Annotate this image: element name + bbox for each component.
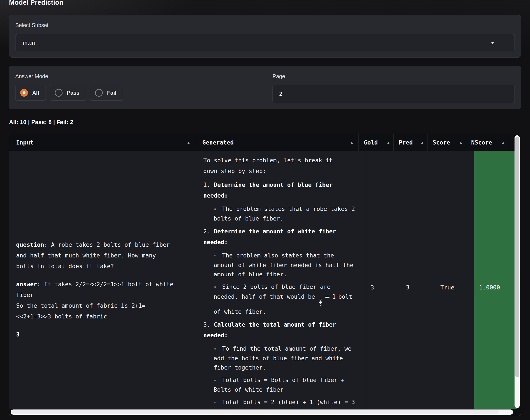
column-header-pred[interactable]: Pred ▲ bbox=[394, 134, 427, 151]
sort-asc-icon[interactable]: ▲ bbox=[499, 140, 504, 144]
paragraph: To solve this problem, let's break it do… bbox=[203, 155, 360, 177]
radio-option-label: All bbox=[32, 90, 39, 96]
column-header-input[interactable]: Input ▲ bbox=[9, 134, 195, 151]
cell-nscore[interactable]: 1.0000 bbox=[474, 151, 517, 409]
vertical-scrollbar-thumb[interactable] bbox=[515, 137, 519, 377]
column-header-generated[interactable]: Generated ▲ bbox=[195, 134, 359, 151]
list-item: ◦ Total bolts = 2 (blue) + 1 (white) = 3… bbox=[214, 397, 360, 409]
subset-dropdown[interactable]: main ▼ bbox=[15, 34, 515, 51]
radio-option-label: Pass bbox=[67, 90, 79, 96]
bullet-icon: ◦ bbox=[214, 284, 222, 290]
sort-asc-icon[interactable]: ▲ bbox=[457, 140, 462, 144]
table-header-row: Input ▲ Generated ▲ Gold ▲ Pred ▲ Score … bbox=[9, 134, 521, 151]
radio-selected-icon bbox=[20, 89, 28, 97]
paragraph: 1. Determine the amount of blue fiber ne… bbox=[203, 180, 360, 201]
cell-input[interactable]: question: A robe takes 2 bolts of blue f… bbox=[9, 151, 199, 409]
page-label: Page bbox=[273, 73, 515, 80]
list-item: ◦ The problem states that a robe takes 2… bbox=[214, 204, 360, 223]
bullet-icon: ◦ bbox=[214, 346, 222, 352]
bullet-icon: ◦ bbox=[214, 253, 222, 259]
horizontal-scrollbar[interactable] bbox=[11, 409, 513, 415]
stats-summary: All: 10 | Pass: 8 | Fail: 2 bbox=[9, 119, 521, 126]
radio-unselected-icon bbox=[55, 89, 62, 97]
answer-mode-section: Answer Mode All Pass Fail bbox=[15, 73, 273, 103]
column-label: Score bbox=[433, 139, 450, 146]
column-label: Pred bbox=[399, 139, 413, 146]
column-label: NScore bbox=[471, 139, 492, 146]
cell-pred[interactable]: 3 bbox=[401, 151, 435, 409]
radio-option-fail[interactable]: Fail bbox=[90, 85, 123, 101]
radio-option-pass[interactable]: Pass bbox=[50, 85, 86, 101]
fraction: 22 bbox=[319, 298, 322, 307]
table-row: question: A robe takes 2 bolts of blue f… bbox=[9, 151, 521, 409]
controls-panel: Answer Mode All Pass Fail Page bbox=[9, 66, 521, 109]
column-header-gold[interactable]: Gold ▲ bbox=[359, 134, 394, 151]
bullet-icon: ◦ bbox=[214, 400, 222, 405]
radio-option-label: Fail bbox=[107, 90, 116, 96]
column-header-score[interactable]: Score ▲ bbox=[427, 134, 466, 151]
column-header-nscore[interactable]: NScore ▲ bbox=[466, 134, 508, 151]
answer-mode-radio-group: All Pass Fail bbox=[15, 85, 273, 101]
radio-option-all[interactable]: All bbox=[15, 85, 46, 101]
page-input[interactable] bbox=[273, 85, 515, 103]
page-title: Model Prediction bbox=[9, 0, 521, 6]
page-section: Page bbox=[273, 73, 515, 103]
paragraph: question: A robe takes 2 bolts of blue f… bbox=[16, 239, 193, 272]
chevron-down-icon: ▼ bbox=[490, 41, 495, 45]
column-label: Generated bbox=[202, 139, 234, 146]
paragraph: answer: It takes 2/2=<<2/2=1>>1 bolt of … bbox=[16, 279, 193, 322]
list-item: ◦ Total bolts = Bolts of blue fiber + Bo… bbox=[214, 375, 360, 394]
horizontal-scrollbar-thumb[interactable] bbox=[12, 410, 499, 414]
paragraph: 3 bbox=[16, 329, 193, 340]
column-label: Input bbox=[16, 139, 33, 146]
list-item: ◦ Since 2 bolts of blue fiber are needed… bbox=[214, 282, 360, 316]
answer-mode-label: Answer Mode bbox=[15, 73, 273, 80]
sort-asc-icon[interactable]: ▲ bbox=[184, 140, 190, 144]
bullet-icon: ◦ bbox=[214, 378, 222, 383]
results-table: Input ▲ Generated ▲ Gold ▲ Pred ▲ Score … bbox=[9, 134, 521, 416]
list-item: ◦ To find the total amount of fiber, we … bbox=[214, 344, 360, 372]
cell-generated[interactable]: To solve this problem, let's break it do… bbox=[199, 151, 365, 409]
sort-asc-icon[interactable]: ▲ bbox=[384, 140, 389, 144]
bullet-icon: ◦ bbox=[214, 207, 222, 212]
radio-unselected-icon bbox=[95, 89, 103, 97]
cell-gold[interactable]: 3 bbox=[365, 151, 401, 409]
list-item: ◦ The problem also states that the amoun… bbox=[214, 251, 360, 279]
vertical-scrollbar[interactable] bbox=[515, 135, 520, 408]
app-page: Model Prediction Select Subset main ▼ An… bbox=[0, 0, 530, 416]
subset-dropdown-value: main bbox=[23, 40, 490, 46]
select-subset-label: Select Subset bbox=[15, 22, 515, 28]
sort-asc-icon[interactable]: ▲ bbox=[348, 140, 353, 144]
select-subset-panel: Select Subset main ▼ bbox=[9, 15, 521, 57]
paragraph: 2. Determine the amount of white fiber n… bbox=[203, 226, 360, 248]
cell-score[interactable]: True bbox=[435, 151, 474, 409]
column-label: Gold bbox=[364, 139, 378, 146]
paragraph: 3. Calculate the total amount of fiber n… bbox=[203, 319, 360, 341]
sort-asc-icon[interactable]: ▲ bbox=[418, 140, 423, 144]
